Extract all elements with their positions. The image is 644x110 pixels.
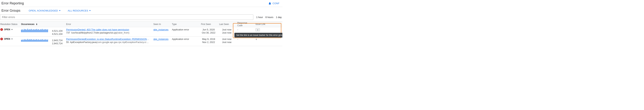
occ-count-top: 2,843,724 [50, 39, 62, 42]
top-header: Error Reporting CONF [0, 0, 282, 7]
col-header-seenin[interactable]: Seen In [152, 23, 170, 26]
app-root: Error Reporting CONF Error Groups OPEN, … [0, 0, 282, 46]
caret-down-icon [59, 10, 60, 11]
err-line-number: 737 [66, 31, 70, 34]
occurrences-cell: 4,521,104 4,521,104 [20, 28, 65, 35]
occ-count-bottom: 2,843,724 [50, 42, 62, 45]
bell-icon [268, 2, 272, 5]
status-badge: ! OPEN [0, 38, 13, 40]
first-seen-top: Jun 5, 2020 [202, 28, 215, 31]
last-seen-bottom: Just now [222, 41, 231, 44]
issue-link-cell: + [254, 28, 278, 32]
response-code-cell: - [236, 28, 254, 31]
config-label: CONF [272, 2, 280, 5]
err-function: (com.google.api.gax.rpc.ApiExceptionFact… [96, 41, 150, 44]
status-badge: ! OPEN [0, 28, 13, 31]
filter-row: 1 hour 6 hours 1 day [0, 14, 282, 21]
col-header-first[interactable]: First Seen [200, 23, 218, 26]
err-function: (raise_from) [117, 31, 130, 34]
error-cell: PermissionDenied: 403 The caller does no… [65, 28, 152, 34]
caret-down-icon [11, 29, 13, 30]
status-label: OPEN [4, 38, 10, 40]
status-filter-label: OPEN, ACKNOWLEDGED [29, 9, 58, 12]
status-cell[interactable]: ! OPEN [0, 38, 20, 40]
error-source-line: 55ApiExceptionFactory.java(com.google.ap… [66, 41, 150, 44]
status-label: OPEN [4, 28, 10, 31]
col-header-error[interactable]: Error [65, 23, 152, 26]
issue-link-tooltip: Set the link to an issue tracker for thi… [234, 33, 282, 38]
seen-in-cell: gke_instances [152, 28, 170, 31]
error-icon: ! [0, 28, 3, 31]
err-file-path: /usr/local/lib/python2.7/site-packages/s… [71, 31, 117, 34]
error-link[interactable]: PermissionDeniedException: io.grpc.Statu… [66, 38, 150, 40]
issue-link-cell: + [254, 38, 278, 41]
section-title: Error Groups [2, 9, 20, 13]
err-file-path: ApiExceptionFactory.java [70, 41, 96, 44]
response-code-cell: - [236, 38, 254, 40]
time-tab-6h[interactable]: 6 hours [266, 16, 273, 19]
last-seen-cell: Just now Just now [218, 38, 236, 44]
table-header: Resolution Status Occurrences Error Seen… [0, 21, 282, 27]
time-range-tabs: 1 hour 6 hours 1 day [256, 16, 282, 19]
status-filter-dropdown[interactable]: OPEN, ACKNOWLEDGED [29, 9, 60, 12]
type-cell: Application error [170, 38, 200, 40]
col-header-issue[interactable]: Issue Link [254, 23, 278, 26]
resource-filter-dropdown[interactable]: ALL RESOURCES [68, 9, 91, 12]
error-source-line: 737/usr/local/lib/python2.7/site-package… [66, 31, 130, 34]
occurrences-cell: 2,843,724 2,843,724 [20, 38, 65, 45]
caret-down-icon [11, 39, 13, 40]
col-header-last[interactable]: Last Seen [218, 23, 236, 26]
occ-count-top: 4,521,104 [50, 30, 62, 32]
occ-count-bottom: 4,521,104 [50, 33, 62, 35]
err-line-number: 55 [66, 41, 69, 44]
first-seen-bottom: Oct 30, 2022 [202, 31, 215, 34]
error-link[interactable]: PermissionDenied: 403 The caller does no… [66, 28, 130, 31]
seen-in-link[interactable]: gke_instances [153, 28, 168, 31]
col-header-type[interactable]: Type [170, 23, 200, 26]
filter-input-wrap [0, 14, 253, 20]
sort-descending-icon [36, 23, 38, 26]
type-cell: Application error [170, 28, 200, 31]
add-issue-link-button[interactable]: + [256, 38, 257, 41]
add-issue-link-button[interactable]: + [256, 28, 260, 32]
first-seen-cell: May 9, 2019 Nov 2, 2022 [200, 38, 218, 44]
seen-in-link[interactable]: gke_instances [153, 38, 168, 40]
status-cell[interactable]: ! OPEN [0, 28, 20, 31]
caret-down-icon [89, 10, 91, 11]
sparkline-chart [21, 38, 48, 42]
last-seen-top: Just now [222, 28, 231, 31]
subheader: Error Groups OPEN, ACKNOWLEDGED ALL RESO… [0, 7, 282, 14]
error-cell: PermissionDeniedException: io.grpc.Statu… [65, 38, 152, 44]
page-title: Error Reporting [2, 2, 24, 5]
time-tab-1d[interactable]: 1 day [276, 16, 282, 19]
sparkline-chart [21, 28, 48, 32]
first-seen-bottom: Nov 2, 2022 [202, 41, 215, 44]
last-seen-bottom: Just now [222, 31, 231, 34]
time-tab-1h[interactable]: 1 hour [256, 16, 263, 19]
configure-notifications-button[interactable]: CONF [268, 2, 280, 5]
seen-in-cell: gke_instances [152, 38, 170, 40]
error-icon: ! [0, 38, 3, 40]
table-row: ! OPEN 2,843,724 2,843,724 PermissionDen… [0, 37, 282, 46]
col-header-occurrences[interactable]: Occurrences [20, 23, 65, 26]
col-header-resp[interactable]: Response Code [236, 22, 254, 27]
resource-filter-label: ALL RESOURCES [68, 9, 88, 12]
col-header-status[interactable]: Resolution Status [0, 23, 20, 26]
last-seen-top: Just now [222, 38, 231, 40]
last-seen-cell: Just now Just now [218, 28, 236, 34]
filter-input[interactable] [2, 16, 251, 19]
col-occ-label: Occurrences [21, 23, 34, 26]
first-seen-cell: Jun 5, 2020 Oct 30, 2022 [200, 28, 218, 34]
first-seen-top: May 9, 2019 [202, 38, 215, 40]
